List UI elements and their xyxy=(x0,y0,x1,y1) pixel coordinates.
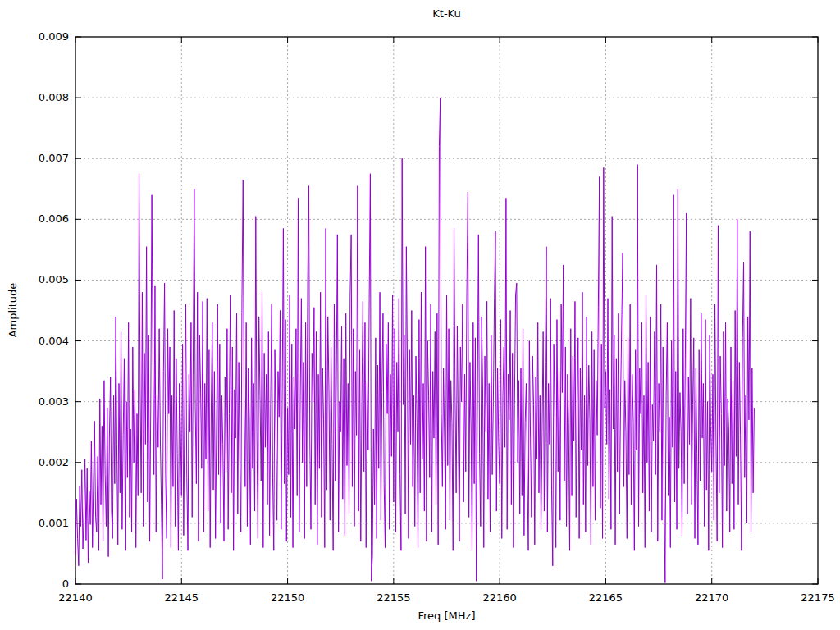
x-tick-label: 22160 xyxy=(482,591,516,604)
y-tick-label: 0.004 xyxy=(39,335,69,347)
y-tick-label: 0.007 xyxy=(39,152,69,164)
y-tick-label: 0.002 xyxy=(39,456,69,468)
chart-canvas: 2214022145221502215522160221652217022175… xyxy=(0,0,840,630)
y-tick-label: 0.006 xyxy=(39,212,69,225)
y-tick-label: 0.005 xyxy=(39,273,69,285)
x-tick-label: 22155 xyxy=(377,591,410,604)
gnuplot-window: Kt-Ku Amplitude Freq [MHz] 2214022145221… xyxy=(0,0,840,630)
y-tick-label: 0.001 xyxy=(39,517,69,529)
x-tick-label: 22165 xyxy=(589,591,623,604)
y-tick-label: 0.009 xyxy=(39,30,69,43)
x-tick-label: 22145 xyxy=(165,591,199,604)
x-tick-label: 22170 xyxy=(695,591,728,604)
x-tick-label: 22140 xyxy=(58,591,92,604)
y-tick-label: 0.008 xyxy=(39,91,69,103)
x-tick-label: 22150 xyxy=(271,591,304,604)
spectrum-trace xyxy=(75,98,754,582)
y-tick-label: 0.003 xyxy=(39,395,69,408)
x-tick-label: 22175 xyxy=(801,591,834,604)
y-tick-label: 0 xyxy=(62,578,69,590)
